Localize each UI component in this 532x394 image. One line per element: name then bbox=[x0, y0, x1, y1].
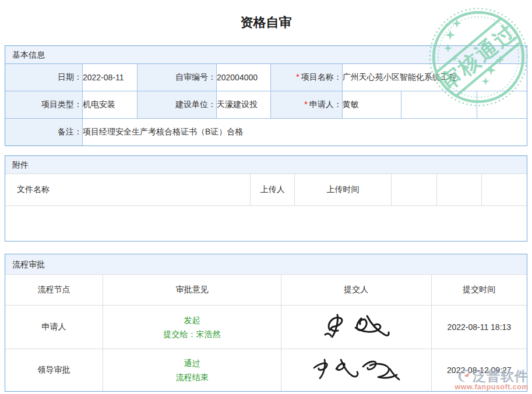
approval-flow-section: 流程审批 流程节点 审批意见 提交人 提交时间 申请人 发起 提交给：宋浩然 bbox=[5, 254, 527, 392]
column-header-flow-node: 流程节点 bbox=[5, 275, 103, 306]
approval-flow-table: 流程节点 审批意见 提交人 提交时间 申请人 发起 提交给：宋浩然 bbox=[5, 275, 527, 391]
empty-column-header bbox=[436, 174, 481, 206]
empty-cell bbox=[401, 91, 477, 119]
basic-info-section: 基本信息 日期： 2022-08-11 自审编号： 202004000 *项目名… bbox=[5, 45, 527, 146]
project-type-label: 项目类型： bbox=[5, 91, 82, 119]
approval-row-applicant: 申请人 发起 提交给：宋浩然 bbox=[5, 306, 527, 349]
attachments-empty-body-row bbox=[5, 206, 527, 242]
column-header-submitter: 提交人 bbox=[281, 275, 431, 306]
applicant-label-text: 申请人： bbox=[309, 100, 342, 109]
remark-value: 项目经理安全生产考核合格证书（B证）合格 bbox=[82, 119, 527, 146]
opinion-line-2: 提交给：宋浩然 bbox=[103, 327, 281, 341]
required-asterisk: * bbox=[304, 100, 307, 109]
empty-cell bbox=[477, 91, 527, 119]
column-header-approval-opinion: 审批意见 bbox=[103, 275, 281, 306]
required-asterisk: * bbox=[296, 72, 299, 81]
basic-info-row-1: 日期： 2022-08-11 自审编号： 202004000 *项目名称： 广州… bbox=[5, 64, 527, 91]
review-no-value: 202004000 bbox=[216, 64, 270, 91]
date-label: 日期： bbox=[5, 64, 82, 91]
empty-column-header bbox=[391, 174, 436, 206]
applicant-label: *申请人： bbox=[271, 91, 343, 119]
attachments-table: 文件名称 上传人 上传时间 bbox=[5, 174, 527, 241]
submitter-signature-cell bbox=[281, 349, 431, 392]
project-name-value: 广州天心苑小区智能化系统工程 bbox=[342, 64, 527, 91]
approval-header-row: 流程节点 审批意见 提交人 提交时间 bbox=[5, 275, 527, 306]
project-name-label: *项目名称： bbox=[271, 64, 343, 91]
attachments-section: 附件 文件名称 上传人 上传时间 bbox=[5, 155, 527, 242]
project-name-label-text: 项目名称： bbox=[301, 72, 342, 81]
build-unit-value: 天濠建设投 bbox=[216, 91, 270, 119]
review-no-label: 自审编号： bbox=[137, 64, 216, 91]
basic-info-section-title: 基本信息 bbox=[5, 46, 527, 64]
attachments-section-title: 附件 bbox=[5, 156, 527, 174]
flow-node-cell: 申请人 bbox=[5, 306, 103, 349]
applicant-value: 黄敏 bbox=[342, 91, 401, 119]
submit-time-cell: 2022-08-12 09:27 bbox=[431, 349, 527, 392]
date-value: 2022-08-11 bbox=[82, 64, 137, 91]
column-header-file-name: 文件名称 bbox=[5, 174, 251, 206]
column-header-upload-time: 上传时间 bbox=[295, 174, 392, 206]
basic-info-table: 日期： 2022-08-11 自审编号： 202004000 *项目名称： 广州… bbox=[5, 64, 527, 145]
empty-column-header bbox=[481, 174, 527, 206]
column-header-uploader: 上传人 bbox=[251, 174, 295, 206]
approval-row-leader: 领导审批 通过 流程结束 bbox=[5, 349, 527, 392]
opinion-line-1: 通过 bbox=[103, 356, 281, 370]
attachments-empty-body bbox=[5, 206, 527, 242]
submit-time-cell: 2022-08-11 18:13 bbox=[431, 306, 527, 349]
approval-opinion-cell: 发起 提交给：宋浩然 bbox=[103, 306, 281, 349]
signature-image-songhaoran bbox=[309, 355, 403, 385]
attachments-header-row: 文件名称 上传人 上传时间 bbox=[5, 174, 527, 206]
submitter-signature-cell bbox=[281, 306, 431, 349]
build-unit-label: 建设单位： bbox=[137, 91, 216, 119]
basic-info-row-3: 备注： 项目经理安全生产考核合格证书（B证）合格 bbox=[5, 119, 527, 146]
remark-label: 备注： bbox=[5, 119, 82, 146]
approval-opinion-cell: 通过 流程结束 bbox=[103, 349, 281, 392]
opinion-line-2: 流程结束 bbox=[103, 370, 281, 384]
signature-image-huangmin bbox=[318, 311, 394, 343]
opinion-line-1: 发起 bbox=[103, 313, 281, 327]
approval-flow-section-title: 流程审批 bbox=[5, 254, 527, 275]
column-header-submit-time: 提交时间 bbox=[431, 275, 527, 306]
project-type-value: 机电安装 bbox=[82, 91, 137, 119]
page-title: 资格自审 bbox=[0, 0, 532, 29]
flow-node-cell: 领导审批 bbox=[5, 349, 103, 392]
qualification-self-review-page: 资格自审 基本信息 日期： 2022-08-11 自审编号： 202004000… bbox=[0, 0, 532, 392]
basic-info-row-2: 项目类型： 机电安装 建设单位： 天濠建设投 *申请人： 黄敏 bbox=[5, 91, 527, 119]
